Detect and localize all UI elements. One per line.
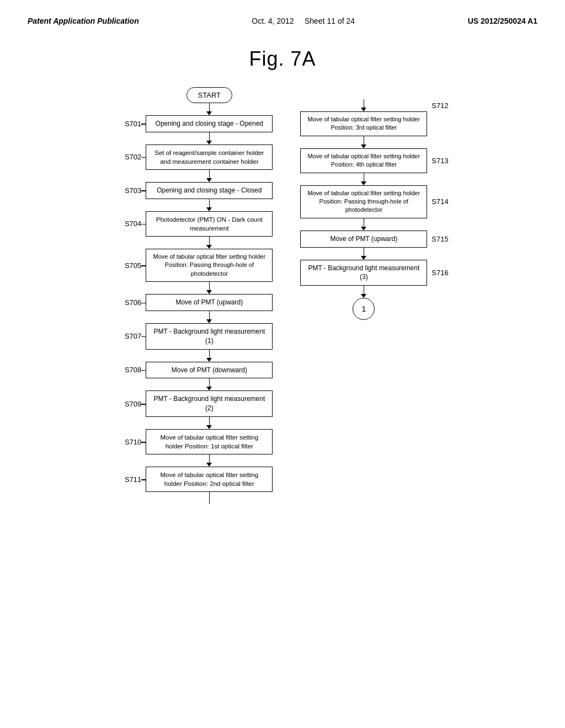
- step-label-s702: S702: [116, 153, 141, 161]
- label-s715-right: S715: [431, 235, 448, 243]
- box-s711: Move of tabular optical filter setting h…: [146, 467, 273, 492]
- step-row-s713: Move of tabular optical filter setting h…: [300, 148, 448, 173]
- step-label-s703: S703: [116, 186, 141, 195]
- label-s716-right: S716: [431, 269, 448, 277]
- box-s715: Move of PMT (upward): [300, 231, 427, 248]
- step-label-s706: S706: [116, 298, 141, 307]
- step-row-s706: S706 Move of PMT (upward): [116, 294, 273, 311]
- start-node: START: [186, 87, 232, 103]
- right-column: S712 Move of tabular optical filter sett…: [300, 99, 448, 320]
- step-row-s705: S705 Move of tabular optical filter sett…: [116, 249, 273, 282]
- figure-title: Fig. 7A: [28, 47, 537, 71]
- step-label-s710: S710: [116, 438, 141, 446]
- header-center: Oct. 4, 2012 Sheet 11 of 24: [252, 17, 355, 25]
- step-label-s709: S709: [116, 400, 141, 408]
- box-s708: Move of PMT (downward): [146, 362, 273, 379]
- step-row-s710: S710 Move of tabular optical filter sett…: [116, 429, 273, 454]
- step-row-s709: S709 PMT - Background light measurement …: [116, 390, 273, 417]
- label-s712-right: S712: [431, 101, 448, 110]
- step-label-s711: S711: [116, 475, 141, 484]
- step-row-s711: S711 Move of tabular optical filter sett…: [116, 467, 273, 492]
- box-s705: Move of tabular optical filter setting h…: [146, 249, 273, 282]
- header-date: Oct. 4, 2012: [252, 17, 294, 25]
- connector-circle: 1: [353, 298, 375, 320]
- step-row-s703: S703 Opening and closing stage - Closed: [116, 182, 273, 199]
- step-row-s702: S702 Set of reagent/sample container hol…: [116, 144, 273, 170]
- connector-1: 1: [300, 298, 427, 320]
- step-row-s714: Move of tabular optical filter setting h…: [300, 185, 448, 218]
- step-label-s704: S704: [116, 220, 141, 228]
- label-s713-right: S713: [431, 157, 448, 165]
- step-row-s712: Move of tabular optical filter setting h…: [300, 111, 427, 136]
- box-s714: Move of tabular optical filter setting h…: [300, 185, 427, 218]
- box-s701: Opening and closing stage - Opened: [146, 115, 273, 132]
- box-s704: Photodetector (PMT) ON - Dark count meas…: [146, 211, 273, 237]
- box-s706: Move of PMT (upward): [146, 294, 273, 311]
- box-s702: Set of reagent/sample container holder a…: [146, 144, 273, 170]
- step-label-s701: S701: [116, 120, 141, 128]
- step-row-s708: S708 Move of PMT (downward): [116, 362, 273, 379]
- step-row-s701: S701 Opening and closing stage - Opened: [116, 115, 273, 132]
- label-s714-right: S714: [431, 197, 448, 206]
- step-row-s715: Move of PMT (upward) S715: [300, 231, 448, 248]
- box-s707: PMT - Background light measurement (1): [146, 323, 273, 350]
- box-s703: Opening and closing stage - Closed: [146, 182, 273, 199]
- step-row-s704: S704 Photodetector (PMT) ON - Dark count…: [116, 211, 273, 237]
- box-s712: Move of tabular optical filter setting h…: [300, 111, 427, 136]
- step-label-s707: S707: [116, 332, 141, 340]
- header-right: US 2012/250024 A1: [468, 17, 537, 25]
- box-s713: Move of tabular optical filter setting h…: [300, 148, 427, 173]
- step-label-s708: S708: [116, 366, 141, 374]
- page-header: Patent Application Publication Oct. 4, 2…: [28, 17, 537, 25]
- page: Patent Application Publication Oct. 4, 2…: [0, 0, 565, 728]
- box-s716: PMT - Background light measurement (3): [300, 260, 427, 286]
- box-s710: Move of tabular optical filter setting h…: [146, 429, 273, 454]
- step-row-s716: PMT - Background light measurement (3) S…: [300, 260, 448, 286]
- step-label-s705: S705: [116, 261, 141, 270]
- box-s709: PMT - Background light measurement (2): [146, 390, 273, 417]
- header-sheet: Sheet 11 of 24: [305, 17, 355, 25]
- header-left: Patent Application Publication: [28, 17, 139, 25]
- step-row-s707: S707 PMT - Background light measurement …: [116, 323, 273, 350]
- left-column: START S701 Open: [116, 87, 273, 504]
